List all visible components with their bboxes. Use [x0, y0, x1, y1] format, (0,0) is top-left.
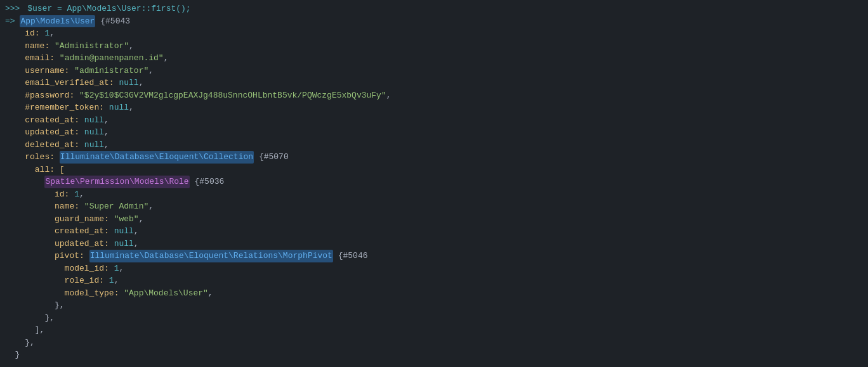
prop-username: username: "administrator", [0, 65, 868, 77]
prop-deleted-at: deleted_at: null, [0, 139, 868, 151]
prop-updated-at: updated_at: null, [0, 126, 868, 139]
code-1: $user = App\Models\User::first(); [22, 3, 190, 15]
roles-close: }, [0, 337, 868, 349]
pivot-role-id: role_id: 1, [0, 274, 868, 287]
prop-email: email: "admin@panenpanen.id", [0, 52, 868, 65]
result-line-1: => App\Models\User {#5043 [0, 15, 868, 28]
role-guard: guard_name: "web", [0, 213, 868, 226]
arrow: => [5, 15, 20, 28]
class-highlight-user: App\Models\User [20, 15, 95, 28]
pivot-model-type: model_type: "App\Models\User", [0, 287, 868, 300]
prop-id: id: 1, [0, 27, 868, 40]
pivot-line: pivot: Illuminate\Database\Eloquent\Rela… [0, 250, 868, 262]
prop-password: #password: "$2y$10$C3GV2VM2glcgpEAXJg488… [0, 89, 868, 102]
prompt-1: >>> [5, 3, 20, 15]
class-highlight-pivot: Illuminate\Database\Eloquent\Relations\M… [89, 250, 333, 262]
prop-roles: roles: Illuminate\Database\Eloquent\Coll… [0, 151, 868, 164]
role-class-line: Spatie\Permission\Models\Role {#5036 [0, 176, 868, 188]
role-close: }, [0, 312, 868, 325]
class-highlight-role: Spatie\Permission\Models\Role [44, 176, 189, 188]
prop-all: all: [ [0, 164, 868, 176]
terminal: >>> $user = App\Models\User::first(); =>… [0, 0, 868, 367]
obj-close: } [0, 349, 868, 361]
role-created-at: created_at: null, [0, 225, 868, 238]
all-close: ], [0, 324, 868, 337]
blank-line [0, 361, 868, 368]
prop-remember-token: #remember_token: null, [0, 101, 868, 114]
prop-name: name: "Administrator", [0, 40, 868, 53]
prop-created-at: created_at: null, [0, 114, 868, 127]
role-name: name: "Super Admin", [0, 200, 868, 213]
class-highlight-collection: Illuminate\Database\Eloquent\Collection [60, 151, 254, 164]
obj-id-1: {#5043 [95, 15, 130, 28]
role-id: id: 1, [0, 188, 868, 201]
pivot-close: }, [0, 299, 868, 312]
role-updated-at: updated_at: null, [0, 238, 868, 250]
prop-email-verified: email_verified_at: null, [0, 77, 868, 89]
pivot-model-id: model_id: 1, [0, 262, 868, 275]
command-line-1: >>> $user = App\Models\User::first(); [0, 3, 868, 15]
